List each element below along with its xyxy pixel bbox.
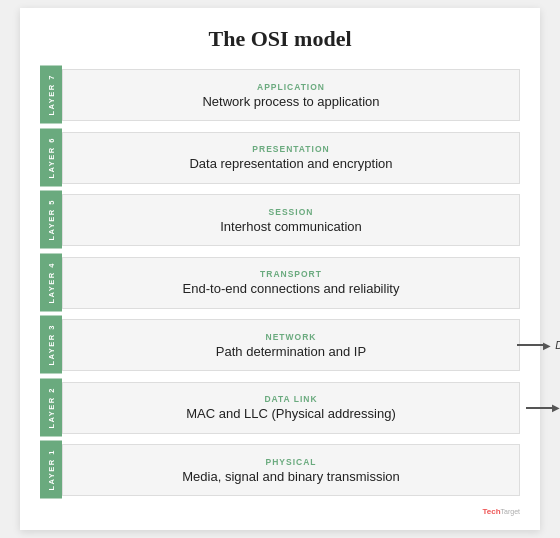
- layer-badge: Layer 6: [40, 129, 62, 187]
- layer-sublabel: SESSION: [269, 207, 314, 217]
- layer-sublabel: APPLICATION: [257, 82, 325, 92]
- layer-row: Layer 2DATA LINKMAC and LLC (Physical ad…: [40, 379, 520, 437]
- layer-box: PHYSICALMedia, signal and binary transmi…: [62, 444, 520, 496]
- layer-box: APPLICATIONNetwork process to applicatio…: [62, 69, 520, 121]
- page-title: The OSI model: [40, 26, 520, 52]
- layer-row: Layer 6PRESENTATIONData representation a…: [40, 129, 520, 187]
- footer: TechTarget: [40, 507, 520, 516]
- osi-model-card: The OSI model Layer 7APPLICATIONNetwork …: [20, 8, 540, 530]
- layer-description: Data representation and encryption: [189, 156, 392, 171]
- layer-box: PRESENTATIONData representation and encr…: [62, 132, 520, 184]
- layers-container: Layer 7APPLICATIONNetwork process to app…: [40, 66, 520, 499]
- layer-badge: Layer 3: [40, 316, 62, 374]
- layer-box: DATA LINKMAC and LLC (Physical addressin…: [62, 382, 520, 434]
- layer-row: Layer 1PHYSICALMedia, signal and binary …: [40, 441, 520, 499]
- layer-sublabel: TRANSPORT: [260, 269, 322, 279]
- layer-badge: Layer 2: [40, 379, 62, 437]
- layer-sublabel: PRESENTATION: [252, 144, 329, 154]
- layer-row: Layer 7APPLICATIONNetwork process to app…: [40, 66, 520, 124]
- layer-box: NETWORKPath determination and IP: [62, 319, 520, 371]
- layer-annotation: DSCP value: [517, 339, 560, 351]
- layer-badge: Layer 4: [40, 254, 62, 312]
- layer-box: SESSIONInterhost communication: [62, 194, 520, 246]
- layer-annotation: CoS value: [526, 402, 560, 414]
- layer-sublabel: DATA LINK: [264, 394, 317, 404]
- layer-badge: Layer 7: [40, 66, 62, 124]
- layer-description: Interhost communication: [220, 219, 362, 234]
- layer-description: Network process to application: [202, 94, 379, 109]
- layer-box: TRANSPORTEnd-to-end connections and reli…: [62, 257, 520, 309]
- layer-row: Layer 5SESSIONInterhost communication: [40, 191, 520, 249]
- arrow-icon: [517, 340, 551, 351]
- layer-row: Layer 4TRANSPORTEnd-to-end connections a…: [40, 254, 520, 312]
- layer-description: End-to-end connections and reliability: [183, 281, 400, 296]
- layer-sublabel: PHYSICAL: [266, 457, 317, 467]
- layer-badge: Layer 5: [40, 191, 62, 249]
- layer-description: Media, signal and binary transmission: [182, 469, 400, 484]
- layer-description: Path determination and IP: [216, 344, 366, 359]
- layer-row: Layer 3NETWORKPath determination and IPD…: [40, 316, 520, 374]
- annotation-text: DSCP value: [555, 339, 560, 351]
- layer-sublabel: NETWORK: [266, 332, 317, 342]
- arrow-icon: [526, 402, 560, 413]
- layer-badge: Layer 1: [40, 441, 62, 499]
- layer-description: MAC and LLC (Physical addressing): [186, 406, 396, 421]
